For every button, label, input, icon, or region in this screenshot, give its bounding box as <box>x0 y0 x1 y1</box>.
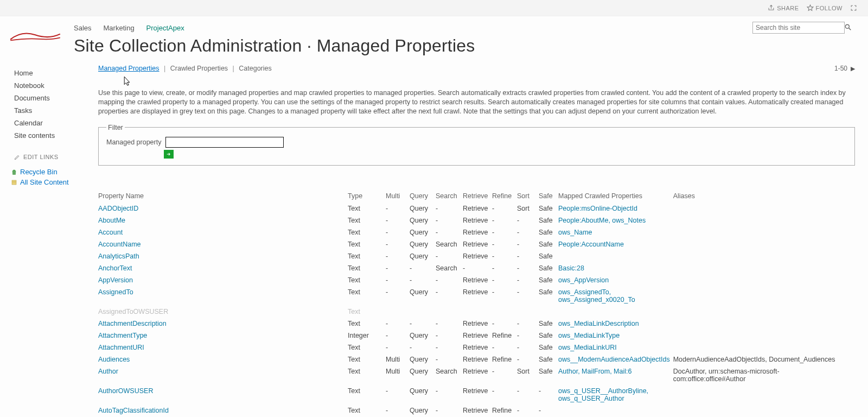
nav-tasks[interactable]: Tasks <box>3 104 87 117</box>
cell-search <box>436 306 463 318</box>
cell-multi: - <box>386 318 410 330</box>
property-name-link[interactable]: AttachmentURI <box>98 344 144 351</box>
cell-sort <box>517 306 539 318</box>
cell-search: - <box>436 405 463 416</box>
share-button[interactable]: SHARE <box>768 4 799 11</box>
property-name-link[interactable]: AttachmentDescription <box>98 320 167 327</box>
property-name-link[interactable]: Account <box>98 229 123 236</box>
cell-type: Text <box>348 238 386 250</box>
cell-aliases <box>673 238 855 250</box>
mapped-crawled-link[interactable]: Author, MailFrom, Mail:6 <box>558 368 631 375</box>
property-name-link[interactable]: Author <box>98 368 118 375</box>
recycle-bin-link[interactable]: Recycle Bin <box>3 167 87 177</box>
property-name-link[interactable]: AssignedTo <box>98 288 133 296</box>
table-row: AccountNameText-QuerySearchRetrieve--Saf… <box>98 238 855 250</box>
th-sort[interactable]: Sort <box>517 189 539 203</box>
nav-sales[interactable]: Sales <box>74 24 92 32</box>
cell-multi: - <box>386 274 410 286</box>
cell-type: Text <box>348 306 386 318</box>
mapped-crawled-link[interactable]: ows_AssignedTo, ows_Assigned_x0020_To <box>558 288 635 304</box>
site-logo[interactable] <box>5 20 65 52</box>
mapped-crawled-link[interactable]: ows_Name <box>558 229 592 236</box>
follow-button[interactable]: FOLLOW <box>807 4 843 11</box>
mapped-crawled-link[interactable]: ows_MediaLinkType <box>558 332 620 339</box>
cell-refine: - <box>492 203 517 214</box>
fullscreen-button[interactable] <box>850 4 857 11</box>
property-name-link[interactable]: Audiences <box>98 356 130 363</box>
pager-next[interactable]: ▶ <box>851 65 855 72</box>
search-input[interactable] <box>752 22 845 34</box>
filter-submit-button[interactable] <box>164 150 174 159</box>
page-title: Site Collection Administration · Managed… <box>74 36 863 56</box>
nav-notebook[interactable]: Notebook <box>3 79 87 92</box>
nav-documents[interactable]: Documents <box>3 92 87 104</box>
table-row: AttachmentTypeInteger-Query-RetrieveRefi… <box>98 330 855 342</box>
main-content: Managed Properties | Crawled Properties … <box>87 61 863 416</box>
mapped-crawled-link[interactable]: ows_MediaLinkURI <box>558 344 617 351</box>
cell-search: - <box>436 250 463 262</box>
table-row: AudiencesTextMultiQuery-RetrieveRefine-S… <box>98 353 855 365</box>
cell-retrieve: Retrieve <box>463 330 492 342</box>
property-name-link[interactable]: AssignedToOWSUSER <box>98 308 168 315</box>
cell-retrieve: Retrieve <box>463 318 492 330</box>
property-name-link[interactable]: AccountName <box>98 241 141 248</box>
mapped-crawled-link[interactable]: People:AboutMe, ows_Notes <box>558 217 646 224</box>
table-row: AssignedToOWSUSERText <box>98 306 855 318</box>
table-row: AuthorTextMultiQuerySearchRetrieve-SortS… <box>98 365 855 385</box>
mapped-crawled-link[interactable]: ows_q_USER__AuthorByline, ows_q_USER_Aut… <box>558 387 648 402</box>
cell-refine: - <box>492 365 517 385</box>
mapped-crawled-link[interactable]: ows_MediaLinkDescription <box>558 320 639 327</box>
mapped-crawled-link[interactable]: People:msOnline-ObjectId <box>558 205 637 212</box>
nav-marketing[interactable]: Marketing <box>104 24 135 32</box>
th-search[interactable]: Search <box>436 189 463 203</box>
cell-sort: - <box>517 385 539 405</box>
properties-table: Property Name Type Multi Query Search Re… <box>98 189 855 416</box>
mapped-crawled-link[interactable]: ows_AppVersion <box>558 276 609 284</box>
property-name-link[interactable]: AuthorOWSUSER <box>98 387 153 395</box>
table-row: AnalyticsPathText-Query-Retrieve--Safe <box>98 250 855 262</box>
cell-query: Query <box>410 226 436 238</box>
cell-multi: - <box>386 405 410 416</box>
cell-safe: Safe <box>539 286 558 306</box>
th-retrieve[interactable]: Retrieve <box>463 189 492 203</box>
cell-multi: - <box>386 262 410 274</box>
edit-links[interactable]: EDIT LINKS <box>3 151 87 162</box>
property-name-link[interactable]: AboutMe <box>98 217 125 224</box>
property-name-link[interactable]: AADObjectID <box>98 205 138 212</box>
search-submit[interactable] <box>844 23 852 33</box>
all-site-content-link[interactable]: All Site Content <box>3 177 87 187</box>
th-property-name[interactable]: Property Name <box>98 189 348 203</box>
cell-aliases <box>673 214 855 226</box>
cell-sort: - <box>517 353 539 365</box>
cell-type: Text <box>348 353 386 365</box>
mapped-crawled-link[interactable]: ows__ModernAudienceAadObjectIds <box>558 356 670 363</box>
cell-search: - <box>436 274 463 286</box>
th-mapped[interactable]: Mapped Crawled Properties <box>558 189 673 203</box>
svg-line-2 <box>849 28 851 30</box>
property-name-link[interactable]: AnalyticsPath <box>98 252 139 260</box>
mapped-crawled-link[interactable]: People:AccountName <box>558 241 624 248</box>
tab-managed-properties[interactable]: Managed Properties <box>98 65 159 72</box>
table-row: AuthorOWSUSERText-Query-Retrieve---ows_q… <box>98 385 855 405</box>
property-name-link[interactable]: AttachmentType <box>98 332 147 339</box>
nav-home[interactable]: Home <box>3 67 87 79</box>
cell-safe: Safe <box>539 250 558 262</box>
nav-sitecontents[interactable]: Site contents <box>3 129 87 142</box>
cell-type: Text <box>348 318 386 330</box>
th-refine[interactable]: Refine <box>492 189 517 203</box>
property-name-link[interactable]: AutoTagClassificationId <box>98 407 169 414</box>
tab-crawled-properties[interactable]: Crawled Properties <box>170 65 228 72</box>
th-aliases[interactable]: Aliases <box>673 189 855 203</box>
th-type[interactable]: Type <box>348 189 386 203</box>
property-name-link[interactable]: AnchorText <box>98 264 132 272</box>
cell-search: - <box>436 286 463 306</box>
nav-projectapex[interactable]: ProjectApex <box>146 24 184 32</box>
nav-calendar[interactable]: Calendar <box>3 117 87 129</box>
property-name-link[interactable]: AppVersion <box>98 276 133 284</box>
filter-input[interactable] <box>165 137 284 148</box>
th-query[interactable]: Query <box>410 189 436 203</box>
th-safe[interactable]: Safe <box>539 189 558 203</box>
mapped-crawled-link[interactable]: Basic:28 <box>558 264 584 272</box>
tab-categories[interactable]: Categories <box>239 65 271 72</box>
th-multi[interactable]: Multi <box>386 189 410 203</box>
